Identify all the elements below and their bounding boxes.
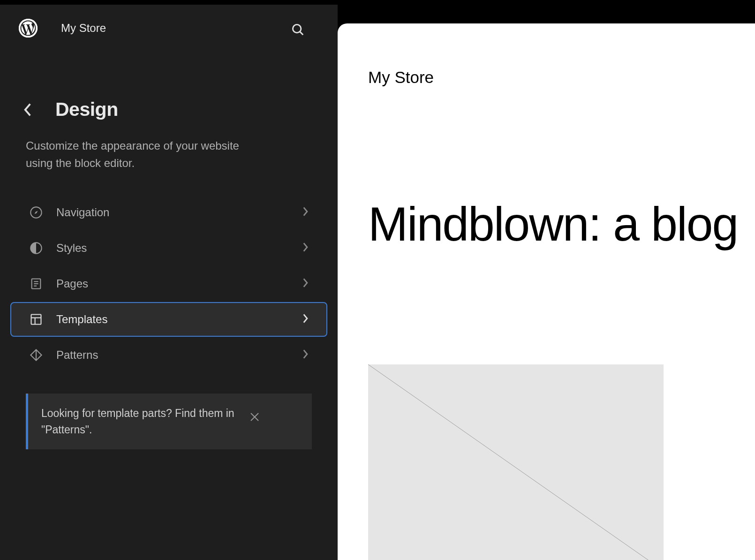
page-title: Design	[55, 98, 118, 121]
svg-marker-5	[35, 211, 38, 214]
svg-line-3	[300, 31, 303, 35]
sidebar-header: My Store	[0, 5, 338, 52]
sidebar-item-label: Patterns	[56, 348, 303, 362]
sidebar: My Store Design Customize the appearance…	[0, 5, 338, 560]
close-icon	[249, 416, 260, 424]
sidebar-item-label: Pages	[56, 277, 303, 290]
sidebar-item-label: Templates	[56, 313, 303, 326]
preview-heading: Mindblown: a blog	[368, 197, 755, 252]
info-notice: Looking for template parts? Find them in…	[26, 394, 312, 449]
sidebar-item-styles[interactable]: Styles	[10, 231, 327, 265]
sidebar-item-pages[interactable]: Pages	[10, 266, 327, 301]
sidebar-item-label: Navigation	[56, 206, 303, 219]
svg-rect-11	[31, 315, 41, 325]
document-icon	[29, 277, 43, 291]
chevron-right-icon	[303, 278, 309, 289]
svg-line-18	[368, 364, 664, 560]
site-preview[interactable]: My Store Mindblown: a blog	[338, 23, 755, 560]
diamond-icon	[29, 348, 43, 362]
preview-site-title: My Store	[368, 68, 755, 87]
preview-image-placeholder	[368, 364, 664, 560]
page-title-row: Design	[0, 52, 338, 132]
site-name[interactable]: My Store	[61, 22, 106, 35]
window-top-edge	[0, 0, 755, 5]
app-container: My Store Design Customize the appearance…	[0, 5, 755, 560]
chevron-right-icon	[303, 314, 309, 325]
svg-point-2	[293, 24, 301, 33]
layout-icon	[29, 312, 43, 326]
chevron-right-icon	[303, 242, 309, 254]
chevron-right-icon	[303, 349, 309, 361]
sidebar-item-patterns[interactable]: Patterns	[10, 338, 327, 372]
design-nav-list: Navigation Styles Pages	[0, 195, 338, 372]
back-button[interactable]	[23, 101, 32, 118]
page-description: Customize the appearance of your website…	[0, 132, 281, 195]
compass-icon	[29, 205, 43, 219]
notice-text: Looking for template parts? Find them in…	[41, 405, 238, 438]
sidebar-item-label: Styles	[56, 242, 303, 255]
sidebar-item-templates[interactable]: Templates	[10, 302, 327, 337]
chevron-right-icon	[303, 207, 309, 218]
search-button[interactable]	[291, 23, 305, 38]
wordpress-logo-icon[interactable]	[19, 19, 38, 38]
half-circle-icon	[29, 241, 43, 255]
notice-close-button[interactable]	[245, 408, 264, 428]
search-icon	[291, 30, 305, 38]
sidebar-item-navigation[interactable]: Navigation	[10, 195, 327, 230]
chevron-left-icon	[23, 110, 32, 118]
